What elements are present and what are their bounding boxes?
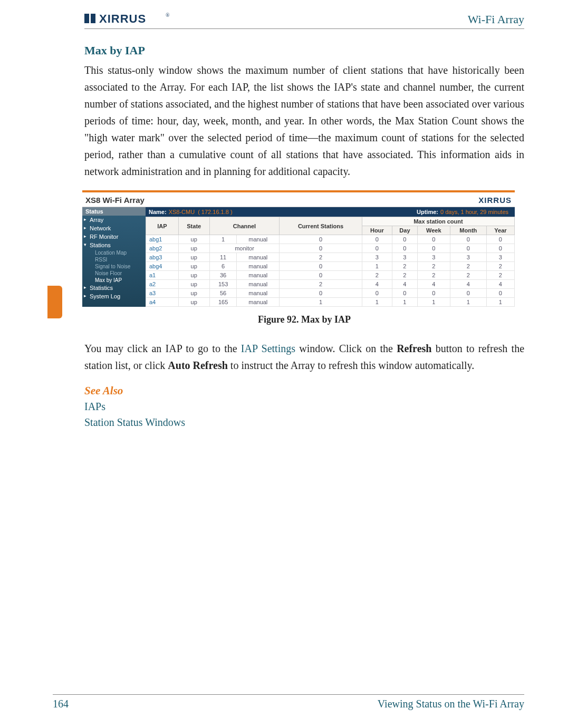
cell-iap[interactable]: a1 bbox=[146, 271, 179, 280]
cell: up bbox=[178, 244, 209, 253]
cell: 0 bbox=[450, 289, 486, 298]
sidebar-item-statistics[interactable]: Statistics bbox=[82, 284, 146, 292]
cell: 0 bbox=[486, 244, 514, 253]
cell: up bbox=[178, 298, 209, 307]
cell: 1 bbox=[209, 235, 237, 244]
table-row: a4up165manual111111 bbox=[146, 298, 515, 307]
cell-iap[interactable]: a2 bbox=[146, 280, 179, 289]
see-also-title: See Also bbox=[84, 384, 524, 397]
cell: 0 bbox=[450, 244, 486, 253]
cell: up bbox=[178, 253, 209, 262]
cell: up bbox=[178, 235, 209, 244]
cell: manual bbox=[237, 298, 280, 307]
table-row: a2up153manual244444 bbox=[146, 280, 515, 289]
status-uptime-value: 0 days, 1 hour, 29 minutes bbox=[440, 209, 508, 215]
sidebar-sub-location-map[interactable]: Location Map bbox=[82, 249, 146, 256]
cell-iap[interactable]: abg1 bbox=[146, 235, 179, 244]
cell: 0 bbox=[392, 244, 417, 253]
cell: 1 bbox=[486, 298, 514, 307]
cell: 4 bbox=[392, 280, 417, 289]
col-month: Month bbox=[450, 226, 486, 235]
cell: 0 bbox=[280, 235, 362, 244]
cell: 1 bbox=[362, 298, 392, 307]
cell: 2 bbox=[417, 271, 450, 280]
cell-iap[interactable]: abg3 bbox=[146, 253, 179, 262]
cell: 56 bbox=[209, 289, 237, 298]
cell: up bbox=[178, 289, 209, 298]
cell: 2 bbox=[417, 262, 450, 271]
sidebar-sub-max-by-iap[interactable]: Max by IAP bbox=[82, 277, 146, 284]
page-footer: 164 Viewing Status on the Wi-Fi Array bbox=[53, 694, 524, 710]
brand-logo: XIRRUS ® bbox=[84, 11, 174, 26]
cell: 4 bbox=[486, 280, 514, 289]
figure-wrap: XS8 Wi-Fi Array XIRRUS Status Array Netw… bbox=[82, 190, 524, 307]
col-state: State bbox=[178, 217, 209, 235]
status-name-label: Name: bbox=[149, 209, 167, 215]
sidebar-sub-noise-floor[interactable]: Noise Floor bbox=[82, 270, 146, 277]
sidebar-item-system-log[interactable]: System Log bbox=[82, 292, 146, 300]
cell: 4 bbox=[362, 280, 392, 289]
cell: manual bbox=[237, 271, 280, 280]
see-also-link-station-status[interactable]: Station Status Windows bbox=[84, 414, 524, 430]
svg-text:®: ® bbox=[166, 12, 170, 18]
svg-rect-0 bbox=[84, 14, 89, 23]
footer-chapter: Viewing Status on the Wi-Fi Array bbox=[378, 698, 524, 710]
table-row: abg4up6manual012222 bbox=[146, 262, 515, 271]
cell: 2 bbox=[450, 271, 486, 280]
figure-caption: Figure 92. Max by IAP bbox=[84, 314, 524, 325]
cell: 11 bbox=[209, 253, 237, 262]
sidebar-item-array[interactable]: Array bbox=[82, 216, 146, 224]
cell: 0 bbox=[280, 289, 362, 298]
sidebar-item-network[interactable]: Network bbox=[82, 224, 146, 232]
sidebar-item-rf-monitor[interactable]: RF Monitor bbox=[82, 232, 146, 241]
cell-iap[interactable]: abg4 bbox=[146, 262, 179, 271]
sidebar-item-stations[interactable]: Stations bbox=[82, 241, 146, 249]
cell: 0 bbox=[280, 271, 362, 280]
page-number: 164 bbox=[53, 698, 69, 710]
ui-sidebar: Status Array Network RF Monitor Stations… bbox=[82, 207, 146, 307]
cell: manual bbox=[237, 262, 280, 271]
status-name-value: XS8-CMU bbox=[169, 209, 195, 215]
cell: 0 bbox=[417, 289, 450, 298]
ui-table: IAP State Channel Current Stations Max s… bbox=[146, 217, 515, 307]
cell: 6 bbox=[209, 262, 237, 271]
col-iap: IAP bbox=[146, 217, 179, 235]
col-hour: Hour bbox=[362, 226, 392, 235]
cell: up bbox=[178, 280, 209, 289]
col-week: Week bbox=[417, 226, 450, 235]
cell: manual bbox=[237, 280, 280, 289]
sidebar-header: Status bbox=[82, 207, 146, 216]
cell: manual bbox=[237, 253, 280, 262]
see-also-link-iaps[interactable]: IAPs bbox=[84, 399, 524, 414]
cell: 1 bbox=[392, 298, 417, 307]
col-year: Year bbox=[486, 226, 514, 235]
thumb-tab bbox=[47, 286, 62, 318]
cell-iap[interactable]: a3 bbox=[146, 289, 179, 298]
table-row: a1up36manual022222 bbox=[146, 271, 515, 280]
link-iap-settings[interactable]: IAP Settings bbox=[241, 343, 295, 354]
table-row: a3up56manual000000 bbox=[146, 289, 515, 298]
cell: 2 bbox=[280, 280, 362, 289]
section-paragraph-2: You may click an IAP to go to the IAP Se… bbox=[84, 340, 524, 374]
cell: 0 bbox=[486, 289, 514, 298]
cell: 0 bbox=[362, 289, 392, 298]
col-group-max: Max station count bbox=[362, 217, 514, 226]
cell: 2 bbox=[362, 271, 392, 280]
cell: 1 bbox=[362, 262, 392, 271]
cell: manual bbox=[237, 289, 280, 298]
cell: monitor bbox=[209, 244, 279, 253]
status-uptime-label: Uptime: bbox=[417, 209, 438, 215]
cell: 0 bbox=[280, 244, 362, 253]
sidebar-sub-rssi[interactable]: RSSI bbox=[82, 256, 146, 263]
cell: up bbox=[178, 262, 209, 271]
cell: 1 bbox=[417, 298, 450, 307]
cell-iap[interactable]: abg2 bbox=[146, 244, 179, 253]
cell: 0 bbox=[486, 235, 514, 244]
brand-text: XIRRUS bbox=[99, 12, 146, 25]
ui-mini-logo: XIRRUS bbox=[478, 196, 512, 205]
cell: 2 bbox=[486, 271, 514, 280]
cell-iap[interactable]: a4 bbox=[146, 298, 179, 307]
table-row: abg2upmonitor000000 bbox=[146, 244, 515, 253]
cell: 3 bbox=[392, 253, 417, 262]
sidebar-sub-signal-to-noise[interactable]: Signal to Noise bbox=[82, 263, 146, 270]
